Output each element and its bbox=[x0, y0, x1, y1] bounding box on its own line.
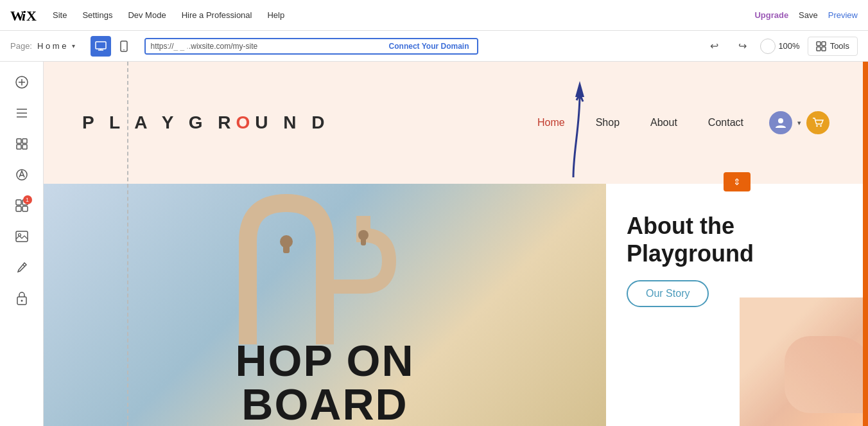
our-story-button[interactable]: Our Story bbox=[627, 280, 709, 307]
zoom-indicator[interactable]: 100% bbox=[760, 39, 799, 54]
content-left: HOP ON BOARD bbox=[44, 184, 606, 426]
svg-rect-8 bbox=[817, 42, 820, 46]
svg-text:i: i bbox=[22, 8, 26, 23]
svg-rect-18 bbox=[17, 139, 21, 143]
logo-o-letter: O bbox=[236, 112, 255, 132]
nav-settings[interactable]: Settings bbox=[82, 10, 112, 20]
toolbar-nav: Site Settings Dev Mode Hire a Profession… bbox=[53, 10, 284, 20]
svg-text:X: X bbox=[26, 8, 37, 23]
tools-label: Tools bbox=[830, 41, 849, 51]
user-chevron-down-icon: ▾ bbox=[797, 119, 801, 127]
site-nav: Home Shop About Contact bbox=[537, 117, 743, 129]
sidebar-apps-icon[interactable]: 1 bbox=[9, 193, 35, 218]
about-title: About the Playground bbox=[627, 212, 847, 267]
zoom-circle-icon bbox=[760, 39, 776, 54]
wix-logo: W i X bbox=[10, 8, 37, 23]
editor-area: 1 P L A Y G ROU N D Home Shop About Cont… bbox=[0, 62, 868, 426]
nav-home-link[interactable]: Home bbox=[537, 117, 565, 129]
right-strip bbox=[863, 62, 868, 426]
sidebar-design-icon[interactable] bbox=[9, 162, 35, 188]
toolbar-actions: ↩ ↪ 100% Tools bbox=[704, 36, 858, 57]
svg-point-33 bbox=[816, 125, 818, 127]
nav-help[interactable]: Help bbox=[267, 10, 284, 20]
nav-contact-link[interactable]: Contact bbox=[708, 117, 743, 129]
device-buttons bbox=[91, 36, 134, 57]
canvas-area: P L A Y G ROU N D Home Shop About Contac… bbox=[44, 62, 868, 426]
nav-devmode[interactable]: Dev Mode bbox=[128, 10, 166, 20]
sidebar-add-icon[interactable] bbox=[9, 69, 35, 95]
nav-about-link[interactable]: About bbox=[650, 117, 677, 129]
apps-badge: 1 bbox=[23, 195, 32, 204]
undo-button[interactable]: ↩ bbox=[704, 36, 724, 57]
svg-line-29 bbox=[22, 265, 24, 267]
svg-rect-26 bbox=[22, 206, 28, 211]
svg-rect-37 bbox=[283, 242, 290, 253]
nav-site[interactable]: Site bbox=[53, 10, 67, 20]
cart-icon[interactable] bbox=[806, 111, 829, 134]
sidebar-media-icon[interactable] bbox=[9, 224, 35, 249]
user-avatar-icon[interactable] bbox=[769, 111, 792, 134]
desktop-device-button[interactable] bbox=[91, 36, 111, 57]
arch-svg bbox=[235, 190, 415, 344]
page-name: H o m e bbox=[37, 41, 67, 51]
url-text: https://_ _ ..wixsite.com/my-site bbox=[146, 39, 381, 53]
svg-rect-11 bbox=[822, 47, 826, 51]
svg-point-32 bbox=[778, 118, 783, 123]
move-handle[interactable]: ⇕ bbox=[724, 172, 751, 191]
page-selector[interactable]: Page: H o m e ▾ bbox=[10, 41, 75, 51]
tools-button[interactable]: Tools bbox=[808, 37, 858, 56]
sidebar-wixapps-icon[interactable] bbox=[9, 131, 35, 157]
nav-shop-link[interactable]: Shop bbox=[596, 117, 620, 129]
toolbar-right: Upgrade Save Preview bbox=[754, 10, 858, 20]
svg-rect-38 bbox=[361, 235, 366, 245]
svg-point-34 bbox=[820, 125, 822, 127]
preview-button[interactable]: Preview bbox=[828, 10, 858, 20]
redo-button[interactable]: ↪ bbox=[732, 36, 752, 57]
page-label: Page: bbox=[10, 41, 32, 51]
sidebar-pages-icon[interactable] bbox=[9, 100, 35, 126]
save-button[interactable]: Save bbox=[799, 10, 818, 20]
svg-point-7 bbox=[123, 49, 125, 50]
upgrade-button[interactable]: Upgrade bbox=[754, 10, 788, 20]
svg-rect-10 bbox=[817, 47, 820, 51]
zoom-value: 100% bbox=[778, 41, 799, 51]
second-toolbar: Page: H o m e ▾ https://_ _ ..wixsite.co… bbox=[0, 31, 868, 62]
svg-rect-23 bbox=[16, 200, 21, 205]
svg-rect-25 bbox=[16, 206, 21, 211]
sidebar-draw-icon[interactable] bbox=[9, 254, 35, 280]
svg-point-31 bbox=[21, 300, 22, 302]
svg-rect-19 bbox=[22, 139, 27, 143]
page-chevron-down-icon[interactable]: ▾ bbox=[72, 42, 75, 49]
site-header: P L A Y G ROU N D Home Shop About Contac… bbox=[44, 62, 868, 184]
left-sidebar: 1 bbox=[0, 62, 44, 426]
mobile-device-button[interactable] bbox=[114, 36, 134, 57]
hop-on-text: HOP ON bbox=[44, 339, 606, 382]
url-bar[interactable]: https://_ _ ..wixsite.com/my-site Connec… bbox=[144, 38, 478, 55]
wooden-board-bg: HOP ON BOARD bbox=[44, 184, 606, 426]
site-header-icons: ▾ bbox=[769, 111, 829, 134]
site-content: HOP ON BOARD ⇕ About the Playground Our … bbox=[44, 184, 868, 426]
site-logo: P L A Y G ROU N D bbox=[82, 112, 330, 133]
svg-rect-20 bbox=[17, 145, 21, 149]
content-right: ⇕ About the Playground Our Story bbox=[606, 184, 868, 426]
nav-hire[interactable]: Hire a Professional bbox=[182, 10, 252, 20]
board-text: BOARD bbox=[44, 382, 606, 426]
svg-rect-3 bbox=[96, 42, 106, 49]
sidebar-lock-icon[interactable] bbox=[9, 285, 35, 311]
top-toolbar: W i X Site Settings Dev Mode Hire a Prof… bbox=[0, 0, 868, 31]
svg-rect-27 bbox=[16, 231, 28, 242]
svg-rect-9 bbox=[822, 42, 826, 46]
svg-rect-21 bbox=[22, 145, 27, 149]
connect-domain-button[interactable]: Connect Your Domain bbox=[381, 39, 477, 53]
